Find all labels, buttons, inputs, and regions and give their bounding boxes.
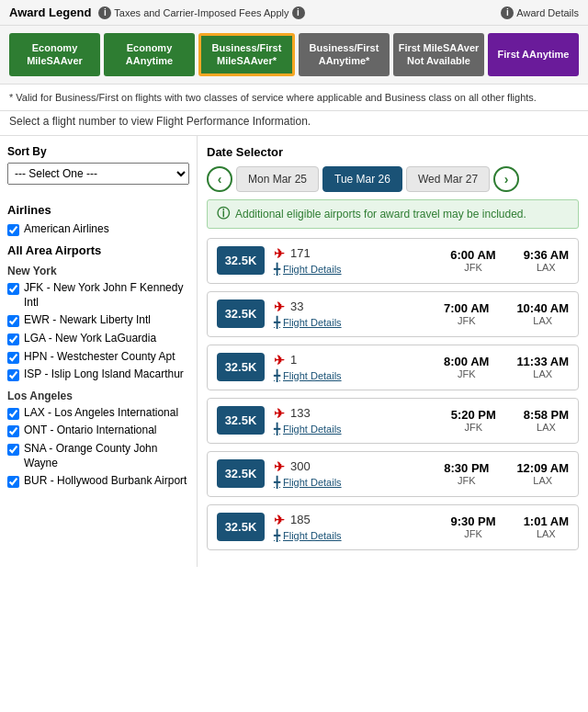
award-btn-business-first-aanytime[interactable]: Business/First AAnytime* <box>299 33 390 76</box>
award-btn-business-first-milesaaver[interactable]: Business/First MileSAAver* <box>198 33 295 76</box>
time-row-5: 9:30 PM JFK 1:01 AM LAX <box>450 514 569 539</box>
date-btn-1[interactable]: Tue Mar 26 <box>322 166 402 192</box>
airport-checkbox-lga[interactable] <box>7 333 19 345</box>
award-btn-first-aanytime[interactable]: First AAnytime <box>488 33 579 76</box>
airport-item-bur: BUR - Hollywood Burbank Airport <box>7 474 189 489</box>
next-date-button[interactable]: › <box>493 166 519 192</box>
flight-details-link-2[interactable]: ╋ Flight Details <box>274 369 435 382</box>
airport-item-lax: LAX - Los Angeles International <box>7 406 189 421</box>
flight-info-1: ✈ 33 ╋ Flight Details <box>274 299 435 329</box>
flight-details-link-1[interactable]: ╋ Flight Details <box>274 316 435 329</box>
depart-code-4: JFK <box>444 475 489 486</box>
airport-label-lax: LAX - Los Angeles International <box>24 406 178 421</box>
airport-checkbox-isp[interactable] <box>7 369 19 381</box>
info-banner-text: Additional eligible airports for award t… <box>235 208 526 220</box>
aa-logo-3: ✈ <box>274 406 285 421</box>
arrive-code-2: LAX <box>516 368 569 379</box>
airport-label-ont: ONT - Ontario International <box>24 424 157 438</box>
airport-label-hpn: HPN - Westchester County Apt <box>24 350 175 365</box>
flight-details-label-0: Flight Details <box>283 264 342 275</box>
award-details-link[interactable]: i Award Details <box>501 6 579 19</box>
airport-checkbox-lax[interactable] <box>7 408 19 420</box>
sort-by-label: Sort By <box>7 145 189 158</box>
depart-code-2: JFK <box>444 368 489 379</box>
arrive-time-4: 12:09 AM <box>516 461 569 475</box>
arrive-block-1: 10:40 AM LAX <box>516 301 569 326</box>
arrive-block-2: 11:33 AM LAX <box>516 355 569 379</box>
flight-details-link-0[interactable]: ╋ Flight Details <box>274 263 441 276</box>
miles-badge-4: 32.5K <box>217 459 265 488</box>
depart-block-1: 7:00 AM JFK <box>444 301 489 326</box>
award-btn-first-milesaaver-not-available[interactable]: First MileSAAver Not Available <box>393 33 484 76</box>
airport-checkbox-jfk[interactable] <box>7 283 19 295</box>
flight-card-0: 32.5K ✈ 171 ╋ Flight Details 6:00 AM JFK… <box>207 238 579 284</box>
flight-number-row-3: ✈ 133 <box>274 406 442 421</box>
time-row-1: 7:00 AM JFK 10:40 AM LAX <box>444 301 569 326</box>
date-btn-2[interactable]: Wed Mar 27 <box>406 166 490 192</box>
american-airlines-item: American Airlines <box>7 222 189 237</box>
flight-card-4: 32.5K ✈ 300 ╋ Flight Details 8:30 PM JFK… <box>207 451 579 497</box>
flight-details-label-4: Flight Details <box>283 477 342 488</box>
airport-item-isp: ISP - Islip Long Island Macarthur <box>7 367 189 382</box>
airport-item-ont: ONT - Ontario International <box>7 424 189 438</box>
flight-info-3: ✈ 133 ╋ Flight Details <box>274 406 442 435</box>
flight-times-5: 9:30 PM JFK 1:01 AM LAX <box>450 514 569 539</box>
note-text: * Valid for Business/First on flights wi… <box>0 85 588 111</box>
american-airlines-checkbox[interactable] <box>7 224 19 236</box>
airport-checkbox-ewr[interactable] <box>7 315 19 327</box>
plus-icon-1: ╋ <box>274 316 280 329</box>
airport-item-jfk: JFK - New York John F Kennedy Intl <box>7 281 189 310</box>
award-types-bar: Economy MileSAAverEconomy AAnytimeBusine… <box>0 26 588 85</box>
airport-checkbox-sna[interactable] <box>7 444 19 456</box>
award-legend-title: Award Legend <box>9 6 91 19</box>
aa-logo-2: ✈ <box>274 353 285 367</box>
arrive-time-1: 10:40 AM <box>516 301 569 315</box>
flight-times-2: 8:00 AM JFK 11:33 AM LAX <box>444 355 569 379</box>
flight-number-row-4: ✈ 300 <box>274 459 435 474</box>
date-btn-0[interactable]: Mon Mar 25 <box>236 166 319 192</box>
airport-label-sna: SNA - Orange County John Wayne <box>24 442 189 470</box>
miles-badge-1: 32.5K <box>217 299 265 328</box>
airport-checkbox-ont[interactable] <box>7 425 19 437</box>
arrive-block-3: 8:58 PM LAX <box>524 408 569 433</box>
flight-details-link-3[interactable]: ╋ Flight Details <box>274 423 442 435</box>
plus-icon-5: ╋ <box>274 529 280 542</box>
date-selector-label: Date Selector <box>207 145 579 159</box>
airport-checkbox-hpn[interactable] <box>7 352 19 364</box>
arrive-code-0: LAX <box>524 262 569 273</box>
flight-times-4: 8:30 PM JFK 12:09 AM LAX <box>444 461 569 486</box>
flight-details-link-4[interactable]: ╋ Flight Details <box>274 476 435 489</box>
depart-block-4: 8:30 PM JFK <box>444 461 489 486</box>
info-banner: ⓘ Additional eligible airports for award… <box>207 199 579 229</box>
airport-item-hpn: HPN - Westchester County Apt <box>7 350 189 365</box>
taxes-link[interactable]: i Taxes and Carrier-Imposed Fees Apply i <box>98 6 304 19</box>
airport-checkbox-bur[interactable] <box>7 476 19 488</box>
flight-times-1: 7:00 AM JFK 10:40 AM LAX <box>444 301 569 326</box>
depart-time-5: 9:30 PM <box>450 514 495 528</box>
plus-icon-3: ╋ <box>274 423 280 435</box>
arrive-time-2: 11:33 AM <box>516 355 569 368</box>
depart-time-1: 7:00 AM <box>444 301 489 315</box>
arrive-block-5: 1:01 AM LAX <box>524 514 569 539</box>
time-row-0: 6:00 AM JFK 9:36 AM LAX <box>450 248 569 273</box>
flight-details-label-5: Flight Details <box>283 530 342 541</box>
time-row-2: 8:00 AM JFK 11:33 AM LAX <box>444 355 569 379</box>
flight-number-row-5: ✈ 185 <box>274 513 441 527</box>
flight-details-label-1: Flight Details <box>283 317 342 328</box>
flight-details-label-2: Flight Details <box>283 370 342 381</box>
flight-num-0: 171 <box>290 246 311 260</box>
arrive-code-3: LAX <box>524 422 569 433</box>
sort-select[interactable]: --- Select One --- <box>7 163 189 185</box>
flight-card-2: 32.5K ✈ 1 ╋ Flight Details 8:00 AM JFK 1… <box>207 345 579 390</box>
select-flight-text: Select a flight number to view Flight Pe… <box>0 111 588 136</box>
award-btn-economy-aanytime[interactable]: Economy AAnytime <box>104 33 195 76</box>
flight-details-link-5[interactable]: ╋ Flight Details <box>274 529 441 542</box>
miles-badge-0: 32.5K <box>217 246 265 275</box>
prev-date-button[interactable]: ‹ <box>207 166 232 192</box>
arrive-block-0: 9:36 AM LAX <box>524 248 569 273</box>
arrive-time-0: 9:36 AM <box>524 248 569 262</box>
miles-badge-2: 32.5K <box>217 353 265 381</box>
award-btn-economy-milesaaver[interactable]: Economy MileSAAver <box>9 33 100 76</box>
airport-regions: New YorkJFK - New York John F Kennedy In… <box>7 265 189 489</box>
flight-info-5: ✈ 185 ╋ Flight Details <box>274 513 441 542</box>
